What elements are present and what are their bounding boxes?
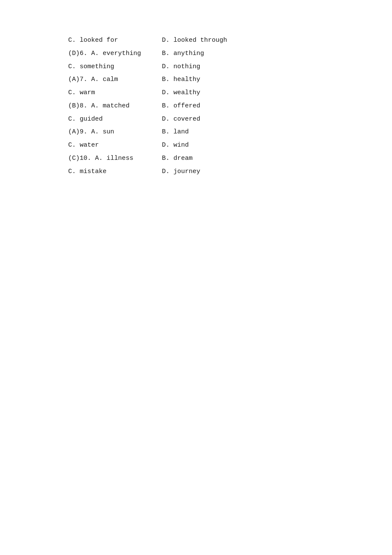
option-b-col: B. anything (162, 47, 256, 61)
option-b-col: B. land (162, 126, 256, 139)
quiz-row: C. somethingD. nothing (68, 61, 392, 74)
quiz-row: C. waterD. wind (68, 139, 392, 152)
option-b-col: D. wealthy (162, 87, 256, 100)
option-b-col: D. nothing (162, 61, 256, 74)
option-b-col: B. healthy (162, 73, 256, 87)
quiz-row: (B)8. A. matchedB. offered (68, 100, 392, 113)
option-b-col: B. dream (162, 152, 256, 165)
main-content: C. looked forD. looked through(D)6. A. e… (0, 0, 392, 178)
quiz-row: C. looked forD. looked through (68, 34, 392, 47)
option-a-col: C. looked for (68, 34, 162, 47)
option-b-col: D. covered (162, 113, 256, 126)
option-a-col: (A)7. A. calm (68, 73, 162, 87)
option-a-col: C. water (68, 139, 162, 152)
option-a-col: (D)6. A. everything (68, 47, 162, 61)
option-b-col: D. wind (162, 139, 256, 152)
option-a-col: (C)10. A. illness (68, 152, 162, 165)
option-a-col: C. something (68, 61, 162, 74)
quiz-row: (A)9. A. sunB. land (68, 126, 392, 139)
option-b-col: D. looked through (162, 34, 256, 47)
quiz-row: C. warmD. wealthy (68, 87, 392, 100)
quiz-row: (A)7. A. calmB. healthy (68, 73, 392, 87)
option-a-col: C. warm (68, 87, 162, 100)
option-a-col: C. guided (68, 113, 162, 126)
quiz-row: C. guidedD. covered (68, 113, 392, 126)
quiz-row: (C)10. A. illnessB. dream (68, 152, 392, 165)
option-a-col: C. mistake (68, 165, 162, 179)
option-b-col: D. journey (162, 165, 256, 179)
option-a-col: (A)9. A. sun (68, 126, 162, 139)
option-a-col: (B)8. A. matched (68, 100, 162, 113)
quiz-row: (D)6. A. everythingB. anything (68, 47, 392, 61)
option-b-col: B. offered (162, 100, 256, 113)
quiz-row: C. mistakeD. journey (68, 165, 392, 179)
